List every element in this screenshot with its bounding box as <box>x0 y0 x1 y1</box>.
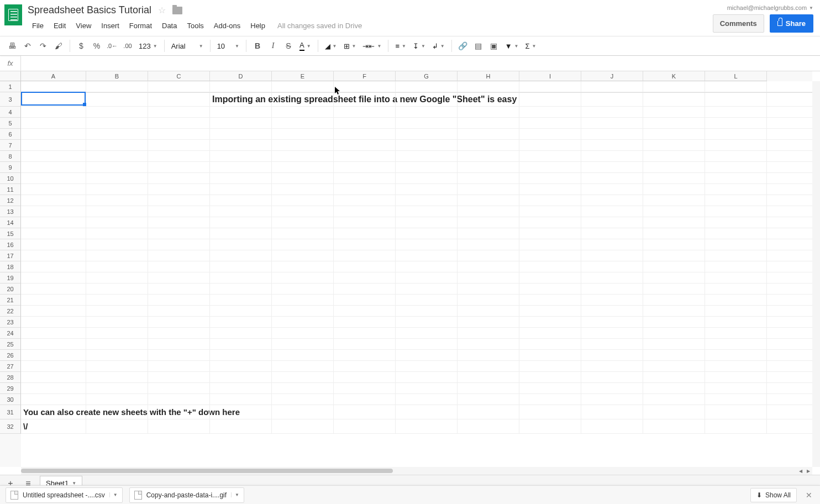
cell[interactable] <box>581 383 643 393</box>
cell[interactable] <box>21 239 86 250</box>
strikethrough-button[interactable]: S <box>281 38 296 54</box>
row-header[interactable]: 23 <box>0 317 21 328</box>
cell[interactable] <box>272 383 334 393</box>
cell[interactable] <box>148 140 210 150</box>
cell[interactable] <box>519 173 581 183</box>
cell[interactable]: \/ <box>21 419 86 433</box>
functions-button[interactable]: Σ▼ <box>522 38 540 54</box>
cell[interactable] <box>519 419 581 433</box>
cell[interactable] <box>643 118 705 128</box>
cell[interactable] <box>519 317 581 327</box>
cell[interactable] <box>396 92 458 106</box>
cell[interactable] <box>519 295 581 305</box>
document-title[interactable]: Spreadsheet Basics Tutorial <box>28 4 151 16</box>
row-header[interactable]: 32 <box>0 419 21 434</box>
cell[interactable] <box>643 372 705 382</box>
cell[interactable] <box>519 217 581 228</box>
redo-icon[interactable]: ↷ <box>35 38 51 54</box>
cell[interactable] <box>458 129 519 139</box>
cell[interactable] <box>643 405 705 419</box>
cell[interactable] <box>86 295 148 305</box>
cell[interactable] <box>334 217 396 228</box>
select-all-corner[interactable] <box>0 71 21 81</box>
cell[interactable] <box>458 140 519 150</box>
cell[interactable] <box>705 151 767 161</box>
cell[interactable] <box>458 361 519 371</box>
cell[interactable] <box>581 317 643 327</box>
cell[interactable] <box>272 81 334 92</box>
row-header[interactable]: 1 <box>0 81 21 92</box>
cell[interactable] <box>272 195 334 206</box>
cell[interactable] <box>21 217 86 228</box>
row-header[interactable]: 9 <box>0 162 21 173</box>
cell[interactable] <box>519 361 581 371</box>
cell[interactable] <box>21 306 86 316</box>
cell[interactable] <box>643 350 705 360</box>
row-header[interactable]: 17 <box>0 250 21 261</box>
cell[interactable] <box>272 306 334 316</box>
cell[interactable] <box>519 350 581 360</box>
cell[interactable] <box>705 372 767 382</box>
cell[interactable] <box>210 317 272 327</box>
cell[interactable] <box>210 81 272 92</box>
cell[interactable] <box>210 295 272 305</box>
horizontal-scrollbar[interactable]: ◀ ▶ <box>21 467 812 475</box>
row-header[interactable]: 18 <box>0 261 21 272</box>
menu-tools[interactable]: Tools <box>182 19 208 32</box>
cell[interactable] <box>21 195 86 206</box>
cell[interactable] <box>86 184 148 195</box>
cell[interactable] <box>705 361 767 371</box>
row-header[interactable]: 26 <box>0 350 21 361</box>
chevron-down-icon[interactable]: ▼ <box>109 492 118 497</box>
cell[interactable] <box>396 350 458 360</box>
sheets-app-icon[interactable] <box>4 4 22 25</box>
show-all-downloads-button[interactable]: ⬇ Show All <box>750 488 797 502</box>
cell[interactable] <box>272 361 334 371</box>
column-header[interactable]: C <box>148 71 210 81</box>
cell[interactable] <box>581 295 643 305</box>
cell[interactable] <box>334 328 396 338</box>
cell[interactable] <box>705 306 767 316</box>
cell[interactable] <box>519 328 581 338</box>
cell[interactable] <box>334 118 396 128</box>
cell[interactable] <box>334 129 396 139</box>
cell[interactable] <box>148 361 210 371</box>
cell[interactable] <box>705 81 767 92</box>
cell[interactable] <box>210 184 272 195</box>
row-header[interactable]: 3 <box>0 92 21 107</box>
cell[interactable] <box>519 151 581 161</box>
cell[interactable] <box>396 195 458 206</box>
cell[interactable] <box>581 419 643 433</box>
cell[interactable] <box>643 107 705 117</box>
cell[interactable] <box>519 206 581 217</box>
font-size-select[interactable]: 10▼ <box>214 38 243 54</box>
cell[interactable] <box>148 129 210 139</box>
cell[interactable] <box>148 272 210 283</box>
cell[interactable] <box>21 372 86 382</box>
cell[interactable] <box>396 140 458 150</box>
cell[interactable] <box>272 272 334 283</box>
column-header[interactable]: D <box>210 71 272 81</box>
cell[interactable] <box>210 118 272 128</box>
cell[interactable] <box>519 92 581 106</box>
cell[interactable] <box>519 405 581 419</box>
cell[interactable] <box>396 151 458 161</box>
cell[interactable] <box>86 317 148 327</box>
cell[interactable] <box>334 419 396 433</box>
cell[interactable] <box>210 217 272 228</box>
cell[interactable] <box>643 339 705 349</box>
cell[interactable] <box>86 195 148 206</box>
row-header[interactable]: 5 <box>0 118 21 129</box>
cell[interactable] <box>643 250 705 261</box>
cell[interactable] <box>705 129 767 139</box>
text-color-button[interactable]: A▼ <box>296 38 314 54</box>
cell[interactable] <box>581 228 643 239</box>
row-header[interactable]: 25 <box>0 339 21 350</box>
cell[interactable] <box>148 394 210 405</box>
cell[interactable] <box>210 306 272 316</box>
merge-cells-button[interactable]: ⇥⇤▼ <box>359 38 385 54</box>
cell[interactable] <box>519 195 581 206</box>
cell[interactable] <box>210 162 272 172</box>
cell[interactable] <box>148 239 210 250</box>
cell[interactable] <box>334 92 396 106</box>
